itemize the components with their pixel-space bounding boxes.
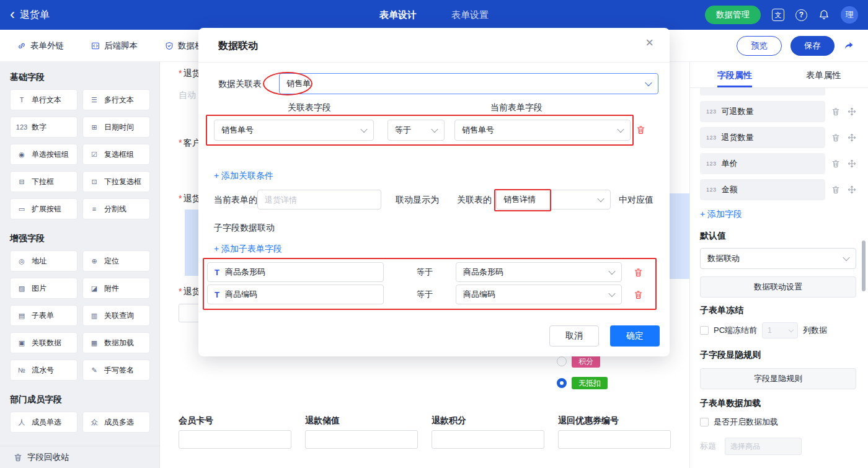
subfield-target-select[interactable]: 商品条形码: [456, 262, 622, 282]
add-condition-link[interactable]: + 添加关联条件: [214, 170, 273, 182]
subfield-input[interactable]: T 商品编码: [207, 285, 384, 304]
field-data-load[interactable]: ▦数据加载: [82, 332, 150, 353]
field-number[interactable]: 123数字: [10, 117, 78, 138]
delete-condition-button[interactable]: [636, 125, 645, 135]
move-field-icon[interactable]: [848, 107, 856, 116]
relation-table-select[interactable]: 销售单: [279, 73, 658, 94]
canvas-field-label: *客户: [179, 138, 200, 149]
add-field-link[interactable]: + 添加字段: [700, 209, 742, 220]
text-type-icon: T: [215, 268, 219, 277]
radio-unselected-icon[interactable]: [557, 356, 567, 366]
data-load-checkbox[interactable]: [700, 418, 709, 426]
notification-bell-icon[interactable]: [818, 9, 830, 20]
delete-field-icon[interactable]: [831, 133, 840, 142]
field-serial-number[interactable]: №流水号: [10, 360, 78, 381]
field-location[interactable]: ⊕定位: [82, 250, 150, 272]
move-field-icon[interactable]: [848, 159, 856, 168]
field-address[interactable]: ◎地址: [10, 250, 78, 272]
subfield-target-select[interactable]: 商品编码: [456, 285, 622, 304]
form-external-link-button[interactable]: 表单外链: [17, 40, 64, 51]
field-linked-data[interactable]: ▣关联数据: [10, 332, 78, 353]
refund-points-input[interactable]: [432, 430, 544, 449]
field-divider[interactable]: ≡分割线: [82, 198, 150, 219]
move-field-icon[interactable]: [848, 185, 856, 194]
text-icon: T: [16, 96, 28, 104]
subfield-input-value: 商品条形码: [225, 267, 265, 278]
field-checkbox-group[interactable]: ☑复选框组: [82, 144, 150, 165]
field-subform[interactable]: ▤子表单: [10, 305, 78, 326]
pc-freeze-checkbox[interactable]: [700, 326, 709, 335]
panel-field-row[interactable]: 123 可退数量: [700, 101, 825, 122]
scrollbar-thumb[interactable]: [862, 241, 866, 291]
panel-field-row[interactable]: 123 退货数量: [700, 127, 825, 148]
field-dropdown[interactable]: ⊟下拉框: [10, 171, 78, 192]
data-manage-button[interactable]: 数据管理: [705, 6, 761, 24]
number-type-icon: 123: [706, 108, 717, 115]
field-recycle-bin[interactable]: 字段回收站: [0, 446, 159, 468]
share-icon[interactable]: [843, 40, 854, 51]
back-icon[interactable]: ‹: [10, 8, 15, 20]
preview-button[interactable]: 预览: [737, 36, 782, 56]
linkage-settings-button[interactable]: 数据联动设置: [700, 276, 856, 298]
avatar[interactable]: 理: [841, 6, 858, 24]
delete-subfield-button[interactable]: [634, 290, 643, 299]
field-extend-button[interactable]: ▭扩展按钮: [10, 198, 78, 219]
condition-operator-select[interactable]: 等于: [388, 120, 445, 141]
recycle-bin-icon: [14, 453, 22, 462]
freeze-suffix-label: 列数据: [803, 325, 827, 336]
refund-stored-label: 退款储值: [305, 415, 340, 426]
required-star: *: [179, 68, 182, 78]
save-button[interactable]: 保存: [790, 36, 835, 56]
current-form-input[interactable]: [257, 190, 381, 210]
field-radio-group[interactable]: ◉单选按钮组: [10, 144, 78, 165]
field-member-multi[interactable]: 众成员多选: [82, 412, 150, 433]
panel-field-row[interactable]: 123 单价: [700, 153, 825, 174]
panel-field-row[interactable]: 123 金额: [700, 179, 825, 200]
field-label: 数字: [32, 122, 46, 133]
condition-target-select[interactable]: 销售单号: [454, 120, 631, 141]
field-label: 单选按钮组: [32, 149, 69, 160]
field-rules-button[interactable]: 字段显隐规则: [700, 368, 856, 389]
field-dropdown-multi[interactable]: ⊡下拉复选框: [82, 171, 150, 192]
field-member-single[interactable]: 人成员单选: [10, 412, 78, 433]
subform-data-load-title: 子表单数据加载: [700, 398, 761, 409]
field-signature[interactable]: ✎手写签名: [82, 360, 150, 381]
member-card-input[interactable]: [179, 430, 291, 449]
relation-prefix-label: 关联表的: [457, 190, 492, 210]
display-table-select[interactable]: 销售详情: [496, 190, 611, 210]
tab-field-properties[interactable]: 字段属性: [690, 62, 779, 87]
return-coupon-input[interactable]: [558, 430, 671, 449]
delete-field-icon[interactable]: [831, 159, 840, 168]
field-label: 复选框组: [104, 149, 134, 160]
delete-subfield-button[interactable]: [634, 268, 643, 277]
radio-selected-icon[interactable]: [557, 378, 567, 388]
radio-option-points[interactable]: 积分: [557, 355, 600, 368]
default-value-select[interactable]: 数据联动: [700, 248, 856, 269]
add-subfield-link[interactable]: + 添加子表单字段: [214, 244, 282, 255]
field-linked-query[interactable]: ▥关联查询: [82, 305, 150, 326]
condition-field-select[interactable]: 销售单号: [214, 120, 374, 141]
radio-option-no-deduction[interactable]: 无抵扣: [557, 377, 608, 389]
backend-script-button[interactable]: 后端脚本: [91, 40, 138, 51]
subfield-input[interactable]: T 商品条形码: [207, 262, 384, 282]
close-icon[interactable]: ×: [645, 36, 653, 50]
help-icon[interactable]: ?: [795, 9, 807, 21]
tab-form-properties[interactable]: 表单属性: [779, 62, 868, 87]
field-datetime[interactable]: ⊞日期时间: [82, 117, 150, 138]
data-load-icon: ▦: [88, 339, 100, 347]
field-single-line-text[interactable]: T单行文本: [10, 89, 78, 110]
field-image[interactable]: ▨图片: [10, 278, 78, 299]
delete-field-icon[interactable]: [831, 185, 840, 194]
confirm-button[interactable]: 确定: [610, 325, 660, 347]
required-star: *: [179, 193, 182, 203]
cancel-button[interactable]: 取消: [549, 325, 599, 347]
tab-form-settings[interactable]: 表单设置: [451, 0, 489, 30]
default-value-title: 默认值: [700, 231, 726, 242]
field-attachment[interactable]: ◪附件: [82, 278, 150, 299]
refund-stored-input[interactable]: [305, 430, 418, 449]
field-multi-line-text[interactable]: ☰多行文本: [82, 89, 150, 110]
tab-form-design[interactable]: 表单设计: [379, 0, 417, 30]
delete-field-icon[interactable]: [831, 107, 840, 116]
move-field-icon[interactable]: [848, 133, 856, 142]
language-icon[interactable]: 文: [772, 9, 784, 21]
